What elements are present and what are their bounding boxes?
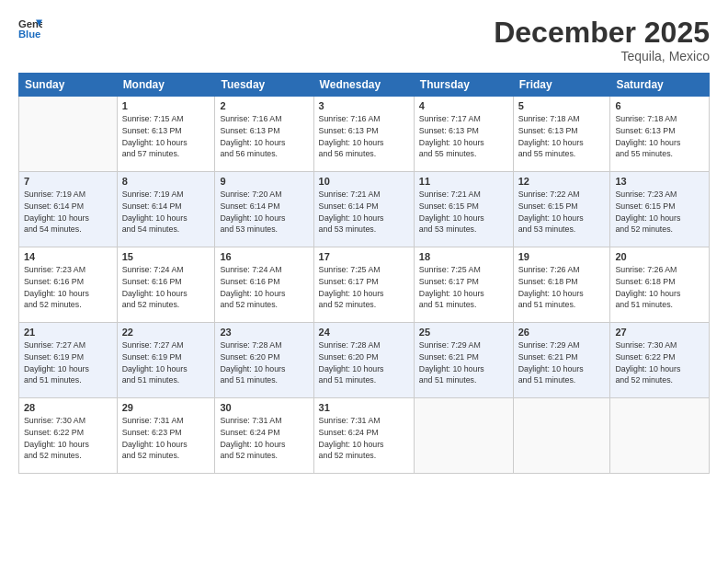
cell-details: Sunrise: 7:26 AMSunset: 6:18 PMDaylight:… — [518, 264, 606, 311]
cell-details: Sunrise: 7:30 AMSunset: 6:22 PMDaylight:… — [24, 415, 112, 462]
col-saturday: Saturday — [610, 74, 710, 97]
table-row: 12Sunrise: 7:22 AMSunset: 6:15 PMDayligh… — [513, 172, 610, 247]
cell-details: Sunrise: 7:19 AMSunset: 6:14 PMDaylight:… — [24, 189, 112, 236]
cell-details: Sunrise: 7:16 AMSunset: 6:13 PMDaylight:… — [319, 113, 409, 160]
cell-details: Sunrise: 7:23 AMSunset: 6:15 PMDaylight:… — [615, 189, 704, 236]
table-row: 20Sunrise: 7:26 AMSunset: 6:18 PMDayligh… — [610, 247, 710, 323]
table-row — [610, 398, 710, 474]
logo-icon: General Blue — [18, 17, 42, 40]
table-row: 9Sunrise: 7:20 AMSunset: 6:14 PMDaylight… — [215, 172, 313, 247]
day-number: 30 — [220, 402, 308, 413]
svg-text:Blue: Blue — [18, 29, 40, 40]
table-row: 10Sunrise: 7:21 AMSunset: 6:14 PMDayligh… — [313, 172, 414, 247]
table-row — [414, 398, 513, 474]
day-number: 15 — [122, 251, 210, 262]
table-row: 16Sunrise: 7:24 AMSunset: 6:16 PMDayligh… — [215, 247, 313, 323]
day-number: 13 — [615, 176, 704, 187]
day-number: 1 — [122, 100, 210, 111]
cell-details: Sunrise: 7:22 AMSunset: 6:15 PMDaylight:… — [518, 189, 606, 236]
table-row: 28Sunrise: 7:30 AMSunset: 6:22 PMDayligh… — [19, 398, 118, 474]
table-row: 24Sunrise: 7:28 AMSunset: 6:20 PMDayligh… — [313, 323, 414, 398]
day-number: 16 — [220, 251, 308, 262]
table-row: 29Sunrise: 7:31 AMSunset: 6:23 PMDayligh… — [117, 398, 215, 474]
day-number: 28 — [24, 402, 112, 413]
table-row: 11Sunrise: 7:21 AMSunset: 6:15 PMDayligh… — [414, 172, 513, 247]
table-row: 8Sunrise: 7:19 AMSunset: 6:14 PMDaylight… — [117, 172, 215, 247]
table-row: 4Sunrise: 7:17 AMSunset: 6:13 PMDaylight… — [414, 97, 513, 172]
month-title: December 2025 — [494, 17, 710, 49]
day-number: 20 — [615, 251, 704, 262]
calendar-header-row: Sunday Monday Tuesday Wednesday Thursday… — [19, 74, 710, 97]
day-number: 6 — [615, 100, 704, 111]
day-number: 25 — [419, 327, 508, 338]
day-number: 26 — [518, 327, 606, 338]
day-number: 2 — [220, 100, 308, 111]
table-row: 31Sunrise: 7:31 AMSunset: 6:24 PMDayligh… — [313, 398, 414, 474]
day-number: 8 — [122, 176, 210, 187]
table-row — [19, 97, 118, 172]
table-row: 2Sunrise: 7:16 AMSunset: 6:13 PMDaylight… — [215, 97, 313, 172]
day-number: 10 — [319, 176, 409, 187]
cell-details: Sunrise: 7:23 AMSunset: 6:16 PMDaylight:… — [24, 264, 112, 311]
cell-details: Sunrise: 7:17 AMSunset: 6:13 PMDaylight:… — [419, 113, 508, 160]
table-row: 1Sunrise: 7:15 AMSunset: 6:13 PMDaylight… — [117, 97, 215, 172]
cell-details: Sunrise: 7:25 AMSunset: 6:17 PMDaylight:… — [319, 264, 409, 311]
table-row: 21Sunrise: 7:27 AMSunset: 6:19 PMDayligh… — [19, 323, 118, 398]
day-number: 9 — [220, 176, 308, 187]
cell-details: Sunrise: 7:30 AMSunset: 6:22 PMDaylight:… — [615, 339, 704, 386]
cell-details: Sunrise: 7:15 AMSunset: 6:13 PMDaylight:… — [122, 113, 210, 160]
table-row — [513, 398, 610, 474]
cell-details: Sunrise: 7:21 AMSunset: 6:15 PMDaylight:… — [419, 189, 508, 236]
day-number: 24 — [319, 327, 409, 338]
cell-details: Sunrise: 7:27 AMSunset: 6:19 PMDaylight:… — [24, 339, 112, 386]
day-number: 31 — [319, 402, 409, 413]
cell-details: Sunrise: 7:16 AMSunset: 6:13 PMDaylight:… — [220, 113, 308, 160]
cell-details: Sunrise: 7:31 AMSunset: 6:24 PMDaylight:… — [319, 415, 409, 462]
day-number: 18 — [419, 251, 508, 262]
day-number: 11 — [419, 176, 508, 187]
page: General Blue December 2025 Tequila, Mexi… — [0, 0, 728, 563]
table-row: 15Sunrise: 7:24 AMSunset: 6:16 PMDayligh… — [117, 247, 215, 323]
cell-details: Sunrise: 7:31 AMSunset: 6:24 PMDaylight:… — [220, 415, 308, 462]
cell-details: Sunrise: 7:26 AMSunset: 6:18 PMDaylight:… — [615, 264, 704, 311]
cell-details: Sunrise: 7:29 AMSunset: 6:21 PMDaylight:… — [518, 339, 606, 386]
day-number: 14 — [24, 251, 112, 262]
table-row: 26Sunrise: 7:29 AMSunset: 6:21 PMDayligh… — [513, 323, 610, 398]
table-row: 30Sunrise: 7:31 AMSunset: 6:24 PMDayligh… — [215, 398, 313, 474]
day-number: 19 — [518, 251, 606, 262]
cell-details: Sunrise: 7:25 AMSunset: 6:17 PMDaylight:… — [419, 264, 508, 311]
table-row: 22Sunrise: 7:27 AMSunset: 6:19 PMDayligh… — [117, 323, 215, 398]
table-row: 18Sunrise: 7:25 AMSunset: 6:17 PMDayligh… — [414, 247, 513, 323]
calendar-week-row: 7Sunrise: 7:19 AMSunset: 6:14 PMDaylight… — [19, 172, 710, 247]
cell-details: Sunrise: 7:28 AMSunset: 6:20 PMDaylight:… — [220, 339, 308, 386]
calendar-week-row: 1Sunrise: 7:15 AMSunset: 6:13 PMDaylight… — [19, 97, 710, 172]
day-number: 4 — [419, 100, 508, 111]
day-number: 29 — [122, 402, 210, 413]
col-thursday: Thursday — [414, 74, 513, 97]
table-row: 3Sunrise: 7:16 AMSunset: 6:13 PMDaylight… — [313, 97, 414, 172]
cell-details: Sunrise: 7:31 AMSunset: 6:23 PMDaylight:… — [122, 415, 210, 462]
cell-details: Sunrise: 7:19 AMSunset: 6:14 PMDaylight:… — [122, 189, 210, 236]
day-number: 27 — [615, 327, 704, 338]
col-tuesday: Tuesday — [215, 74, 313, 97]
table-row: 6Sunrise: 7:18 AMSunset: 6:13 PMDaylight… — [610, 97, 710, 172]
cell-details: Sunrise: 7:18 AMSunset: 6:13 PMDaylight:… — [518, 113, 606, 160]
table-row: 25Sunrise: 7:29 AMSunset: 6:21 PMDayligh… — [414, 323, 513, 398]
table-row: 14Sunrise: 7:23 AMSunset: 6:16 PMDayligh… — [19, 247, 118, 323]
table-row: 5Sunrise: 7:18 AMSunset: 6:13 PMDaylight… — [513, 97, 610, 172]
table-row: 7Sunrise: 7:19 AMSunset: 6:14 PMDaylight… — [19, 172, 118, 247]
day-number: 12 — [518, 176, 606, 187]
table-row: 27Sunrise: 7:30 AMSunset: 6:22 PMDayligh… — [610, 323, 710, 398]
table-row: 17Sunrise: 7:25 AMSunset: 6:17 PMDayligh… — [313, 247, 414, 323]
day-number: 23 — [220, 327, 308, 338]
cell-details: Sunrise: 7:27 AMSunset: 6:19 PMDaylight:… — [122, 339, 210, 386]
day-number: 21 — [24, 327, 112, 338]
col-monday: Monday — [117, 74, 215, 97]
calendar-week-row: 14Sunrise: 7:23 AMSunset: 6:16 PMDayligh… — [19, 247, 710, 323]
calendar-week-row: 21Sunrise: 7:27 AMSunset: 6:19 PMDayligh… — [19, 323, 710, 398]
calendar-table: Sunday Monday Tuesday Wednesday Thursday… — [18, 73, 710, 474]
cell-details: Sunrise: 7:28 AMSunset: 6:20 PMDaylight:… — [319, 339, 409, 386]
logo: General Blue — [18, 17, 44, 40]
day-number: 5 — [518, 100, 606, 111]
day-number: 3 — [319, 100, 409, 111]
